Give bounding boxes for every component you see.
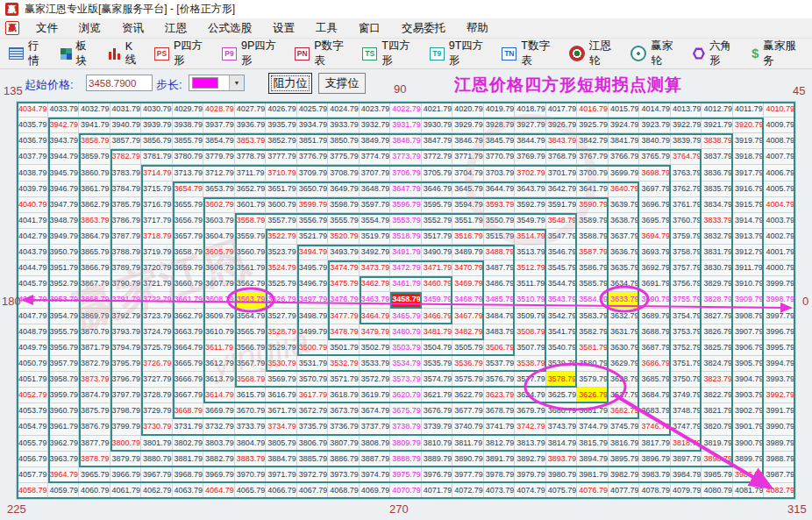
grid-cell: 3779.79	[203, 149, 235, 165]
grid-cell: 3813.79	[515, 436, 546, 452]
support-button[interactable]: 支撑位	[318, 73, 366, 94]
toolbar-item-gann-wheel[interactable]: 江恩轮	[566, 36, 620, 71]
grid-cell: 3960.79	[48, 403, 80, 419]
toolbar-item-kline[interactable]: K线	[105, 38, 143, 70]
grid-cell: 3650.79	[297, 182, 329, 197]
grid-cell: 3488.79	[484, 245, 516, 260]
grid-cell: 3712.79	[203, 165, 235, 181]
menu-item-tools[interactable]: 工具	[305, 19, 348, 38]
menu-item-gann[interactable]: 江恩	[154, 19, 197, 38]
menu-item-window[interactable]: 窗口	[348, 19, 391, 38]
grid-cell: 4080.79	[702, 483, 733, 499]
grid-cell: 3629.79	[609, 356, 640, 372]
grid-cell: 3557.79	[266, 213, 297, 229]
grid-cell: 3509.79	[515, 309, 546, 324]
grid-cell: 3669.79	[203, 403, 235, 419]
toolbar-item-sectors[interactable]: 板块	[57, 36, 97, 71]
grid-cell: 3736.79	[328, 419, 360, 435]
toolbar-item-t-square[interactable]: TST四方形	[359, 36, 417, 71]
toolbar-item-quotes[interactable]: 行情	[5, 36, 49, 71]
grid-cell: 4048.79	[17, 324, 48, 340]
grid-cell: 3679.79	[515, 403, 546, 419]
start-price-input[interactable]	[86, 75, 153, 91]
toolbar-item-p-square[interactable]: PSP四方形	[151, 36, 210, 71]
grid-cell: 3843.79	[546, 133, 578, 149]
grid-cell: 3642.79	[546, 182, 578, 197]
grid-cell: 3950.79	[48, 245, 80, 260]
grid-cell: 3885.79	[297, 452, 329, 467]
grid-cell: 3887.79	[360, 452, 391, 467]
toolbar-item-label: P数字表	[314, 39, 347, 68]
grid-cell: 3934.79	[297, 118, 329, 133]
grid-cell: 3598.79	[328, 197, 360, 213]
grid-cell: 3575.79	[452, 372, 484, 388]
grid-cell: 3612.79	[203, 356, 235, 372]
grid-cell: 3863.79	[79, 213, 110, 229]
grid-cell: 3632.79	[609, 309, 640, 324]
grid-cell: 3489.79	[452, 245, 484, 260]
toolbar-item-hexagon[interactable]: 六角形	[689, 36, 740, 71]
resistance-button[interactable]: 阻力位	[268, 73, 312, 94]
grid-cell: 3962.79	[48, 436, 80, 452]
grid-cell: 3645.79	[452, 182, 484, 197]
grid-cell: 3936.79	[235, 118, 267, 133]
grid-cell: 3567.79	[235, 356, 267, 372]
grid-cell: 3520.79	[328, 229, 360, 245]
toolbar-item-winner-wheel[interactable]: 赢家轮	[627, 36, 681, 71]
menu-item-news[interactable]: 资讯	[111, 19, 154, 38]
grid-cell: 4041.79	[17, 213, 48, 229]
grid-cell: 3484.79	[484, 309, 516, 324]
grid-cell: 3461.79	[390, 276, 422, 292]
grid-cell: 3619.79	[360, 388, 391, 403]
grid-cell: 3909.79	[733, 292, 765, 308]
grid-cell: 3548.79	[546, 213, 578, 229]
grid-cell: 3778.79	[235, 149, 267, 165]
grid-cell: 3797.79	[110, 388, 142, 403]
grid-cell: 3611.79	[203, 340, 235, 356]
grid-cell: 4019.79	[484, 102, 516, 118]
grid-cell: 3750.79	[671, 372, 702, 388]
grid-cell: 3568.79	[235, 372, 267, 388]
grid-cell: 3713.79	[173, 165, 204, 181]
chevron-down-icon[interactable]: ▼	[229, 75, 244, 90]
grid-cell: 3995.79	[764, 340, 795, 356]
grid-cell: 3822.79	[702, 388, 733, 403]
grid-cell: 4010.79	[764, 102, 795, 118]
toolbar-item-9t-square[interactable]: T99T四方形	[426, 36, 491, 71]
grid-cell: 3835.79	[702, 182, 733, 197]
grid-cell: 3705.79	[422, 165, 453, 181]
toolbar-item-t-table[interactable]: TNT数字表	[498, 36, 557, 71]
menu-item-help[interactable]: 帮助	[456, 19, 499, 38]
grid-cell: 3554.79	[360, 213, 391, 229]
grid-cell: 4053.79	[17, 403, 48, 419]
grid-cell: 4030.79	[141, 102, 173, 118]
grid-cell: 3615.79	[235, 388, 267, 403]
grid-cell: 3913.79	[733, 229, 765, 245]
grid-cell: 3744.79	[577, 419, 609, 435]
toolbar-item-winner-service[interactable]: $赢家服务	[748, 36, 804, 71]
grid-cell: 3485.79	[484, 292, 516, 308]
toolbar-item-9p-square[interactable]: P99P四方形	[218, 36, 283, 71]
grid-cell: 3508.79	[515, 324, 546, 340]
grid-cell: 3487.79	[484, 260, 516, 276]
grid-cell: 4043.79	[17, 245, 48, 260]
grid-cell: 4057.79	[17, 467, 48, 483]
grid-cell: 3596.79	[390, 197, 422, 213]
menu-item-formula-stock[interactable]: 公式选股	[197, 19, 262, 38]
grid-cell: 4029.79	[173, 102, 204, 118]
grid-cell: 3809.79	[390, 436, 422, 452]
grid-cell: 3730.79	[141, 419, 173, 435]
menu-item-settings[interactable]: 设置	[262, 19, 305, 38]
grid-cell: 4021.79	[422, 102, 453, 118]
grid-cell: 3617.79	[297, 388, 329, 403]
grid-cell: 3506.79	[484, 340, 516, 356]
step-dropdown[interactable]: ▼	[189, 75, 245, 91]
menu-item-trading[interactable]: 交易委托	[391, 19, 456, 38]
grid-cell: 3605.79	[203, 245, 235, 260]
toolbar-item-p-table[interactable]: PNP数字表	[291, 36, 351, 71]
grid-cell: 3475.79	[328, 276, 360, 292]
grid-cell: 3537.79	[484, 356, 516, 372]
menu-item-file[interactable]: 文件	[25, 19, 68, 38]
grid-cell: 3593.79	[484, 197, 516, 213]
menu-item-browse[interactable]: 浏览	[68, 19, 111, 38]
